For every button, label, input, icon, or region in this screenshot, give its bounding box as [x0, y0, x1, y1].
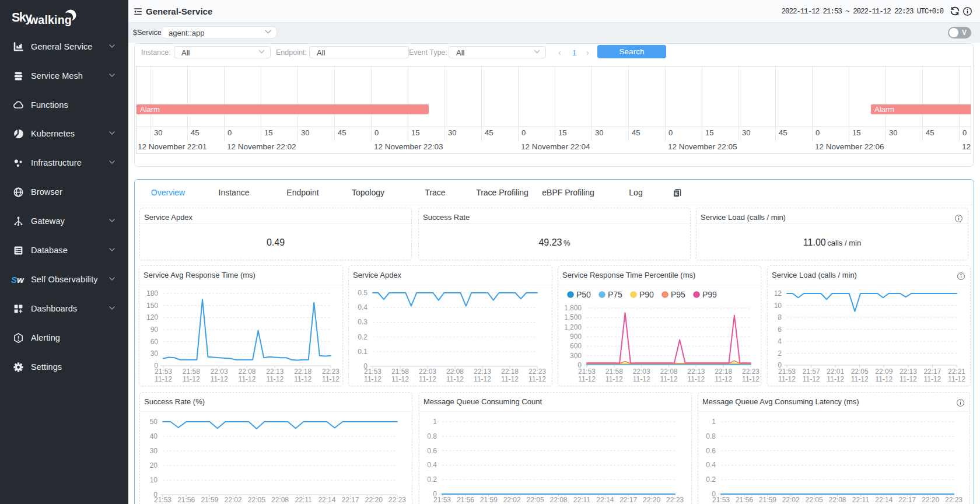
svg-text:22:11: 22:11	[295, 496, 312, 504]
svg-text:90: 90	[150, 326, 159, 334]
svg-text:11-12: 11-12	[900, 375, 917, 383]
svg-text:22:20: 22:20	[643, 496, 660, 504]
svg-text:22:13: 22:13	[474, 368, 491, 376]
svg-text:22:11: 22:11	[573, 496, 590, 504]
svg-text:11-12: 11-12	[660, 375, 678, 383]
svg-text:22:14: 22:14	[318, 496, 335, 504]
svg-text:0.5: 0.5	[358, 289, 368, 297]
svg-text:11-12: 11-12	[419, 375, 436, 383]
svg-text:900: 900	[570, 332, 582, 341]
svg-text:11-12: 11-12	[294, 375, 312, 383]
svg-text:11-12: 11-12	[827, 375, 844, 383]
svg-text:150: 150	[146, 302, 158, 310]
svg-text:21:58: 21:58	[606, 368, 623, 376]
svg-text:1: 1	[712, 418, 716, 426]
svg-text:21:58: 21:58	[391, 368, 409, 376]
svg-text:11-12: 11-12	[501, 375, 519, 383]
svg-text:22:08: 22:08	[550, 496, 567, 504]
svg-text:11-12: 11-12	[742, 375, 760, 383]
svg-text:20: 20	[150, 461, 158, 470]
svg-text:1,800: 1,800	[564, 304, 582, 312]
svg-text:30: 30	[150, 349, 159, 358]
svg-text:22:05: 22:05	[248, 496, 265, 504]
svg-text:0.2: 0.2	[358, 333, 368, 341]
svg-text:0.3: 0.3	[358, 318, 368, 326]
svg-text:30: 30	[150, 447, 158, 455]
svg-text:1,200: 1,200	[564, 323, 582, 331]
svg-text:11-12: 11-12	[875, 375, 892, 383]
svg-text:0.6: 0.6	[427, 447, 437, 455]
svg-text:21:59: 21:59	[759, 496, 776, 504]
svg-text:22:14: 22:14	[875, 496, 892, 504]
svg-text:21:53: 21:53	[154, 496, 172, 504]
svg-text:300: 300	[570, 352, 582, 360]
svg-text:40: 40	[150, 432, 158, 440]
svg-text:21:59: 21:59	[201, 496, 218, 504]
svg-text:22:13: 22:13	[900, 368, 917, 376]
svg-text:1: 1	[433, 418, 437, 426]
svg-text:22:03: 22:03	[633, 368, 650, 376]
svg-text:22:08: 22:08	[271, 496, 289, 504]
svg-text:11-12: 11-12	[446, 375, 464, 383]
svg-text:21:53: 21:53	[712, 496, 730, 504]
svg-text:22:23: 22:23	[322, 368, 340, 376]
svg-text:11-12: 11-12	[364, 375, 382, 383]
svg-text:21:56: 21:56	[457, 496, 474, 504]
svg-text:0.4: 0.4	[706, 461, 716, 469]
svg-text:21:53: 21:53	[155, 368, 172, 376]
svg-text:10: 10	[774, 302, 782, 310]
svg-text:22:14: 22:14	[596, 496, 614, 504]
svg-text:22:18: 22:18	[715, 368, 732, 376]
svg-text:120: 120	[146, 313, 158, 321]
svg-text:22:23: 22:23	[666, 496, 684, 504]
svg-text:4: 4	[778, 337, 782, 345]
svg-text:0.4: 0.4	[358, 303, 368, 312]
svg-text:11-12: 11-12	[606, 375, 623, 383]
svg-text:0.1: 0.1	[358, 348, 368, 356]
svg-text:11-12: 11-12	[948, 375, 965, 383]
svg-text:22:09: 22:09	[875, 368, 892, 376]
svg-text:11-12: 11-12	[578, 375, 596, 383]
svg-text:22:17: 22:17	[620, 496, 637, 504]
svg-text:22:05: 22:05	[527, 496, 544, 504]
svg-text:11-12: 11-12	[528, 375, 546, 383]
svg-text:11-12: 11-12	[239, 375, 256, 383]
svg-text:11-12: 11-12	[183, 375, 200, 383]
svg-text:0.2: 0.2	[427, 475, 437, 484]
svg-text:21:56: 21:56	[736, 496, 753, 504]
svg-text:11-12: 11-12	[633, 375, 650, 383]
svg-text:22:20: 22:20	[922, 496, 939, 504]
svg-text:22:23: 22:23	[742, 368, 760, 376]
svg-text:0.2: 0.2	[706, 475, 716, 484]
svg-text:22:17: 22:17	[923, 368, 941, 376]
svg-text:22:23: 22:23	[388, 496, 406, 504]
svg-text:21:57: 21:57	[803, 368, 820, 376]
svg-text:21:56: 21:56	[177, 496, 195, 504]
svg-text:11-12: 11-12	[803, 375, 820, 383]
svg-text:1,500: 1,500	[564, 313, 582, 321]
svg-text:11-12: 11-12	[923, 375, 941, 383]
svg-text:0.6: 0.6	[706, 447, 716, 455]
svg-text:60: 60	[150, 338, 159, 346]
svg-text:2: 2	[778, 349, 782, 358]
svg-text:11-12: 11-12	[778, 375, 796, 383]
svg-text:11-12: 11-12	[474, 375, 491, 383]
svg-text:22:17: 22:17	[342, 496, 359, 504]
svg-text:21:53: 21:53	[578, 368, 596, 376]
svg-text:22:17: 22:17	[898, 496, 916, 504]
svg-text:22:20: 22:20	[365, 496, 383, 504]
svg-text:22:02: 22:02	[503, 496, 521, 504]
svg-text:22:08: 22:08	[660, 368, 677, 376]
svg-text:11-12: 11-12	[687, 375, 705, 383]
svg-text:11-12: 11-12	[266, 375, 284, 383]
svg-text:0.4: 0.4	[427, 461, 437, 469]
svg-text:11-12: 11-12	[155, 375, 172, 383]
svg-text:22:05: 22:05	[806, 496, 823, 504]
svg-text:P50: P50	[576, 290, 591, 299]
svg-text:0.8: 0.8	[427, 432, 437, 440]
svg-text:P95: P95	[671, 290, 685, 299]
svg-text:22:01: 22:01	[827, 368, 844, 376]
svg-text:21:53: 21:53	[364, 368, 382, 376]
svg-text:22:13: 22:13	[687, 368, 705, 376]
svg-text:600: 600	[570, 342, 582, 350]
